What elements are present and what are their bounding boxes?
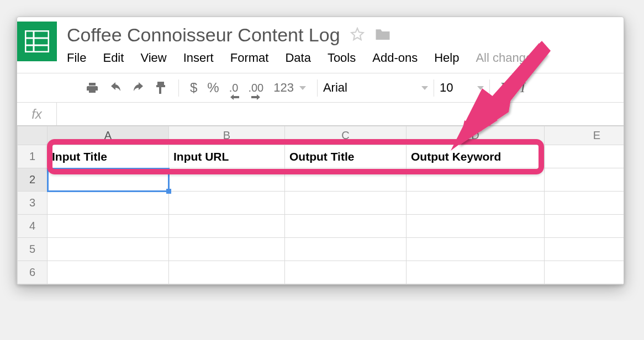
cell-C1[interactable]: Output Title (285, 145, 407, 168)
cell-D4[interactable] (407, 215, 545, 238)
chevron-down-icon (299, 86, 306, 90)
cell-C4[interactable] (285, 215, 407, 238)
formula-bar: fx (17, 103, 624, 126)
cell-D2[interactable] (407, 168, 545, 192)
cell-E1[interactable] (545, 145, 625, 168)
menu-addons[interactable]: Add-ons (372, 51, 418, 65)
row-header-4[interactable]: 4 (18, 215, 47, 238)
cell-D3[interactable] (407, 192, 545, 215)
menu-bar: File Edit View Insert Format Data Tools … (67, 51, 624, 65)
cell-B2[interactable] (169, 168, 285, 192)
cell-B6[interactable] (169, 261, 285, 284)
format-currency[interactable]: $ (190, 80, 197, 95)
cell-D6[interactable] (407, 261, 545, 284)
folder-icon[interactable] (374, 27, 391, 44)
cell-E4[interactable] (545, 215, 625, 238)
sheets-icon (25, 30, 49, 52)
menu-edit[interactable]: Edit (103, 51, 124, 65)
toolbar: $ % .0 .00 123 Arial 10 (17, 73, 624, 103)
column-header-C[interactable]: C (285, 126, 407, 145)
italic-button[interactable]: I (520, 79, 525, 96)
increase-decimal-icon[interactable]: .00 (248, 82, 263, 94)
row-header-2[interactable]: 2 (18, 168, 47, 192)
cell-B1[interactable]: Input URL (169, 145, 285, 168)
cell-C5[interactable] (285, 238, 407, 261)
font-name-label: Arial (323, 81, 347, 95)
menu-insert[interactable]: Insert (183, 51, 214, 65)
menu-format[interactable]: Format (230, 51, 269, 65)
cell-B4[interactable] (169, 215, 285, 238)
table-row: 5 (18, 238, 625, 261)
table-row: 3 (18, 192, 625, 215)
column-header-E[interactable]: E (545, 126, 625, 145)
menu-data[interactable]: Data (285, 51, 310, 65)
font-name-dropdown[interactable]: Arial (318, 73, 434, 102)
menu-tools[interactable]: Tools (328, 51, 356, 65)
table-row: 1 Input Title Input URL Output Title Out… (18, 145, 625, 168)
decrease-decimal-icon[interactable]: .0 (229, 82, 239, 94)
row-header-1[interactable]: 1 (18, 145, 47, 168)
formula-label: fx (17, 103, 57, 125)
font-size-label: 10 (440, 81, 453, 95)
format-percent[interactable]: % (207, 80, 219, 95)
row-header-6[interactable]: 6 (18, 261, 47, 284)
spreadsheet-grid: A B C D E 1 Input Title Input URL Output… (17, 126, 624, 284)
number-format-dropdown[interactable]: 123 (273, 81, 306, 95)
sheets-logo[interactable] (17, 22, 57, 61)
row-header-3[interactable]: 3 (18, 192, 47, 215)
fill-handle[interactable] (166, 189, 171, 194)
svg-rect-0 (25, 31, 49, 52)
cell-A3[interactable] (47, 192, 169, 215)
print-icon[interactable] (86, 81, 99, 94)
cell-A2[interactable] (47, 168, 169, 192)
chevron-down-icon (477, 86, 484, 90)
paint-format-icon[interactable] (155, 81, 167, 95)
table-row: 6 (18, 261, 625, 284)
menu-view[interactable]: View (140, 51, 166, 65)
column-header-A[interactable]: A (47, 126, 169, 145)
undo-icon[interactable] (109, 82, 122, 94)
cell-E5[interactable] (545, 238, 625, 261)
cell-A6[interactable] (47, 261, 169, 284)
row-header-5[interactable]: 5 (18, 238, 47, 261)
cell-A4[interactable] (47, 215, 169, 238)
app-window: Coffee Connoisseur Content Log File Edit… (17, 17, 624, 285)
column-header-B[interactable]: B (169, 126, 285, 145)
cell-E6[interactable] (545, 261, 625, 284)
cell-C3[interactable] (285, 192, 407, 215)
menu-help[interactable]: Help (434, 51, 459, 65)
star-icon[interactable] (350, 27, 365, 44)
table-row: 4 (18, 215, 625, 238)
menu-file[interactable]: File (67, 51, 86, 65)
bold-button[interactable]: B (501, 79, 510, 96)
select-all-corner[interactable] (18, 126, 47, 145)
redo-icon[interactable] (132, 82, 145, 94)
cell-A5[interactable] (47, 238, 169, 261)
cell-E3[interactable] (545, 192, 625, 215)
cell-B5[interactable] (169, 238, 285, 261)
cell-C2[interactable] (285, 168, 407, 192)
header: Coffee Connoisseur Content Log File Edit… (17, 17, 624, 65)
table-row: 2 (18, 168, 625, 192)
cell-C6[interactable] (285, 261, 407, 284)
document-title[interactable]: Coffee Connoisseur Content Log (67, 25, 340, 45)
column-header-D[interactable]: D (407, 126, 545, 145)
cell-D1[interactable]: Output Keyword (407, 145, 545, 168)
changes-status[interactable]: All change (476, 51, 532, 65)
cell-D5[interactable] (407, 238, 545, 261)
font-size-dropdown[interactable]: 10 (434, 73, 489, 102)
cell-E2[interactable] (545, 168, 625, 192)
cell-A1[interactable]: Input Title (47, 145, 169, 168)
svg-marker-4 (351, 28, 363, 40)
cell-B3[interactable] (169, 192, 285, 215)
formula-input[interactable] (57, 103, 624, 125)
chevron-down-icon (421, 86, 428, 90)
